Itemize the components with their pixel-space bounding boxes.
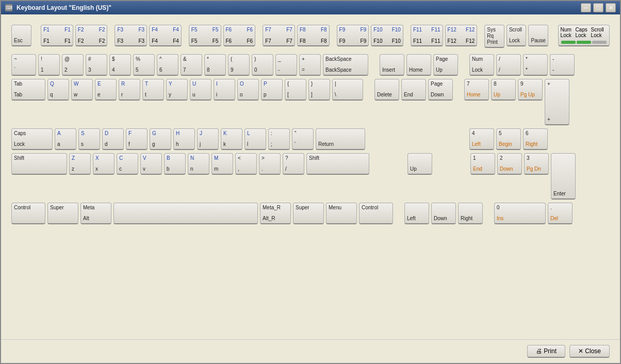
key-f8[interactable]: F8 F8 F8 F8 xyxy=(297,25,330,46)
key-5[interactable]: % 5 xyxy=(133,54,155,76)
key-ctrl-right[interactable]: Control xyxy=(359,203,393,224)
key-scrolllock[interactable]: Scroll Lock xyxy=(506,25,527,46)
key-k[interactable]: K k xyxy=(221,128,242,150)
key-s[interactable]: S s xyxy=(78,128,100,150)
key-f5[interactable]: F5 F5 F5 F5 xyxy=(189,25,221,46)
key-3[interactable]: # 3 xyxy=(86,54,107,76)
key-minus[interactable]: _ - xyxy=(275,54,297,76)
key-escape[interactable]: Esc xyxy=(11,25,31,46)
key-num-star[interactable]: * * xyxy=(523,54,548,76)
key-4[interactable]: $ 4 xyxy=(109,54,131,76)
key-shift-right[interactable]: Shift xyxy=(306,153,369,175)
key-i[interactable]: I i xyxy=(214,79,235,101)
minimize-button[interactable]: ─ xyxy=(581,3,591,12)
key-meta-right[interactable]: Meta_R Alt_R xyxy=(260,203,291,224)
key-n[interactable]: N n xyxy=(188,153,209,175)
key-num-slash[interactable]: / / xyxy=(496,54,521,76)
key-num6[interactable]: 6 Right xyxy=(523,128,548,150)
key-p[interactable]: P p xyxy=(261,79,283,101)
key-up[interactable]: Up xyxy=(407,153,432,175)
key-return[interactable]: Return xyxy=(316,128,365,150)
close-button[interactable]: ✕ xyxy=(606,3,616,12)
key-f11[interactable]: F11 F11 F11 F11 xyxy=(411,25,443,46)
key-w[interactable]: W w xyxy=(71,79,93,101)
key-d[interactable]: D d xyxy=(102,128,124,150)
close-button[interactable]: ✕ Close xyxy=(569,345,610,358)
key-f2[interactable]: F2 F2 F2 F2 xyxy=(75,25,108,46)
key-comma[interactable]: < , xyxy=(235,153,257,175)
key-num3[interactable]: 3 Pg Dn xyxy=(524,153,549,175)
key-rightbracket[interactable]: } ] xyxy=(308,79,330,101)
key-0[interactable]: ) 0 xyxy=(252,54,273,76)
key-pagedown[interactable]: Page Down xyxy=(428,79,453,101)
key-num2[interactable]: 2 Down xyxy=(497,153,522,175)
key-num-enter[interactable]: Enter xyxy=(551,153,576,200)
key-num7[interactable]: 7 Home xyxy=(464,79,489,101)
key-z[interactable]: Z z xyxy=(69,153,91,175)
key-insert[interactable]: Insert xyxy=(380,54,404,76)
key-backspace[interactable]: BackSpace BackSpace xyxy=(323,54,368,76)
key-tilde[interactable]: ~ ` xyxy=(11,54,36,76)
key-num4[interactable]: 4 Left xyxy=(469,128,494,150)
key-f6[interactable]: F6 F6 F6 F6 xyxy=(223,25,256,46)
key-num-plus[interactable]: + + xyxy=(545,79,569,125)
key-num-minus[interactable]: - - xyxy=(550,54,575,76)
key-equals[interactable]: + = xyxy=(299,54,321,76)
key-quote[interactable]: " ' xyxy=(292,128,314,150)
key-m[interactable]: M m xyxy=(211,153,233,175)
key-right[interactable]: Right xyxy=(458,203,483,224)
key-t[interactable]: T t xyxy=(142,79,164,101)
maximize-button[interactable]: □ xyxy=(593,3,603,12)
key-f[interactable]: F f xyxy=(126,128,148,150)
key-period[interactable]: > . xyxy=(259,153,281,175)
key-g[interactable]: G g xyxy=(150,128,171,150)
key-v[interactable]: V v xyxy=(140,153,162,175)
key-pause[interactable]: Pause xyxy=(528,25,548,46)
key-u[interactable]: U u xyxy=(190,79,211,101)
key-j[interactable]: J j xyxy=(197,128,219,150)
key-b[interactable]: B b xyxy=(164,153,186,175)
key-delete[interactable]: Delete xyxy=(374,79,399,101)
key-e[interactable]: E e xyxy=(95,79,117,101)
key-num0[interactable]: 0 Ins xyxy=(494,203,546,224)
key-f4[interactable]: F4 F4 F4 F4 xyxy=(149,25,182,46)
key-r[interactable]: R r xyxy=(119,79,140,101)
key-num8[interactable]: 8 Up xyxy=(491,79,516,101)
key-f7[interactable]: F7 F7 F7 F7 xyxy=(263,25,295,46)
key-semicolon[interactable]: : ; xyxy=(268,128,290,150)
key-menu[interactable]: Menu xyxy=(326,203,357,224)
key-y[interactable]: Y y xyxy=(166,79,188,101)
key-numlock[interactable]: Num Lock xyxy=(469,54,494,76)
key-end[interactable]: End xyxy=(401,79,426,101)
print-button[interactable]: 🖨 Print xyxy=(527,345,565,358)
key-pageup[interactable]: Page Up xyxy=(433,54,458,76)
key-7[interactable]: & 7 xyxy=(181,54,202,76)
key-o[interactable]: O o xyxy=(237,79,259,101)
key-meta-left[interactable]: Meta Alt xyxy=(80,203,111,224)
key-l[interactable]: L l xyxy=(244,128,266,150)
key-x[interactable]: X x xyxy=(93,153,115,175)
key-num5[interactable]: 5 Begin xyxy=(496,128,521,150)
key-space[interactable] xyxy=(113,203,258,224)
key-h[interactable]: H h xyxy=(173,128,195,150)
key-num1[interactable]: 1 End xyxy=(470,153,495,175)
key-a[interactable]: A a xyxy=(55,128,76,150)
key-num9[interactable]: 9 Pg Up xyxy=(518,79,543,101)
key-f3[interactable]: F3 F3 F3 F3 xyxy=(115,25,147,46)
key-super-left[interactable]: Super xyxy=(47,203,78,224)
key-capslock[interactable]: Caps Lock xyxy=(11,128,53,150)
key-1[interactable]: ! 1 xyxy=(38,54,60,76)
key-6[interactable]: ^ 6 xyxy=(157,54,178,76)
key-left[interactable]: Left xyxy=(404,203,429,224)
key-9[interactable]: ( 9 xyxy=(228,54,250,76)
key-tab[interactable]: Tab Tab xyxy=(11,79,45,101)
key-f10[interactable]: F10 F10 F10 F10 xyxy=(371,25,403,46)
key-f12[interactable]: F12 F12 F12 F12 xyxy=(445,25,478,46)
key-f9[interactable]: F9 F9 F9 F9 xyxy=(337,25,369,46)
key-home[interactable]: Home xyxy=(406,54,431,76)
key-down[interactable]: Down xyxy=(431,203,456,224)
key-8[interactable]: * 8 xyxy=(204,54,226,76)
key-ctrl-left[interactable]: Control xyxy=(11,203,45,224)
key-q[interactable]: Q q xyxy=(47,79,69,101)
key-backslash[interactable]: | \ xyxy=(332,79,363,101)
